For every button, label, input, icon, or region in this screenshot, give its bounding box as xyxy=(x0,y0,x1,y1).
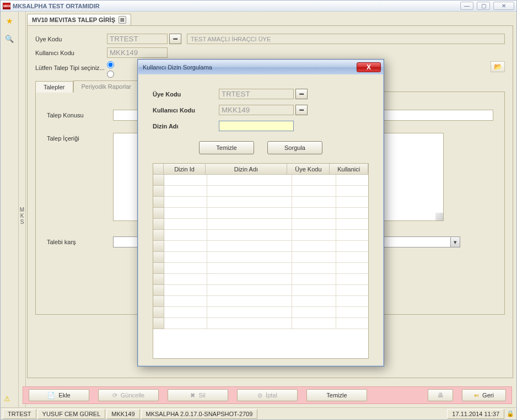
grid-cell[interactable] xyxy=(207,197,292,208)
tab-periyodik-raporlar[interactable]: Periyodik Raporlar xyxy=(73,80,139,92)
grid-cell[interactable] xyxy=(336,197,368,208)
grid-cell[interactable] xyxy=(292,241,336,252)
search-button[interactable]: 🔍 xyxy=(3,33,15,45)
grid-cell[interactable] xyxy=(164,285,207,296)
minimize-button[interactable]: — xyxy=(460,2,473,10)
dlg-kullanici-kodu-field[interactable] xyxy=(219,105,294,115)
temizle-button[interactable]: Temizle xyxy=(306,389,367,401)
grid-cell[interactable] xyxy=(164,197,207,208)
print-button[interactable]: 🖶 xyxy=(428,389,453,401)
row-header[interactable] xyxy=(153,263,164,274)
grid-cell[interactable] xyxy=(164,263,207,274)
grid-cell[interactable] xyxy=(164,175,207,186)
grid-cell[interactable] xyxy=(292,263,336,274)
chevron-down-icon[interactable]: ▾ xyxy=(450,237,460,247)
grid-cell[interactable] xyxy=(164,274,207,285)
grid-cell[interactable] xyxy=(336,186,368,197)
grid-cell[interactable] xyxy=(292,208,336,219)
table-row[interactable] xyxy=(153,175,368,186)
row-header[interactable] xyxy=(153,241,164,252)
row-header[interactable] xyxy=(153,318,164,329)
row-header[interactable] xyxy=(153,252,164,263)
grid-cell[interactable] xyxy=(336,296,368,307)
grid-cell[interactable] xyxy=(292,296,336,307)
grid-cell[interactable] xyxy=(207,219,292,230)
grid-cell[interactable] xyxy=(164,318,207,329)
row-header[interactable] xyxy=(153,274,164,285)
row-header[interactable] xyxy=(153,219,164,230)
table-row[interactable] xyxy=(153,252,368,263)
talep-tipi-radio-2[interactable] xyxy=(107,71,114,78)
grid-cell[interactable] xyxy=(292,197,336,208)
grid-cell[interactable] xyxy=(207,285,292,296)
row-header[interactable] xyxy=(153,186,164,197)
row-header[interactable] xyxy=(153,296,164,307)
dlg-dizin-adi-field[interactable] xyxy=(219,121,294,131)
grid-cell[interactable] xyxy=(292,230,336,241)
grid-cell[interactable] xyxy=(207,208,292,219)
grid-cell[interactable] xyxy=(207,186,292,197)
col-dizin-id[interactable]: Dizin Id xyxy=(164,164,205,175)
table-row[interactable] xyxy=(153,241,368,252)
row-header[interactable] xyxy=(153,175,164,186)
grid-cell[interactable] xyxy=(164,296,207,307)
grid-cell[interactable] xyxy=(292,307,336,318)
table-row[interactable] xyxy=(153,274,368,285)
grid-cell[interactable] xyxy=(336,230,368,241)
geri-button[interactable]: ⇐Geri xyxy=(462,389,506,401)
grid-cell[interactable] xyxy=(207,230,292,241)
grid-cell[interactable] xyxy=(207,241,292,252)
mid-rail[interactable]: MKS xyxy=(18,12,26,419)
row-header[interactable] xyxy=(153,230,164,241)
grid-cell[interactable] xyxy=(336,241,368,252)
grid-cell[interactable] xyxy=(292,318,336,329)
table-row[interactable] xyxy=(153,296,368,307)
table-row[interactable] xyxy=(153,307,368,318)
dlg-kullanici-kodu-lookup[interactable] xyxy=(295,105,308,115)
grid-cell[interactable] xyxy=(292,186,336,197)
grid-cell[interactable] xyxy=(336,263,368,274)
table-row[interactable] xyxy=(153,285,368,296)
grid-cell[interactable] xyxy=(336,219,368,230)
talep-tipi-radio-1[interactable] xyxy=(107,61,114,68)
grid-cell[interactable] xyxy=(292,274,336,285)
maximize-button[interactable]: ▢ xyxy=(477,2,490,10)
grid-cell[interactable] xyxy=(207,296,292,307)
row-header[interactable] xyxy=(153,307,164,318)
favorites-button[interactable]: ★ xyxy=(3,15,15,27)
sil-button[interactable]: ✖Sil xyxy=(168,389,228,401)
document-tab[interactable]: MV10 MEVITAS TALEP GİRİŞ ⊠ xyxy=(27,14,131,25)
col-kullanici[interactable]: Kullanici xyxy=(330,164,368,175)
col-uye-kodu[interactable]: Üye Kodu xyxy=(287,164,330,175)
grid-cell[interactable] xyxy=(164,307,207,318)
uye-kodu-field[interactable] xyxy=(107,34,168,44)
table-row[interactable] xyxy=(153,230,368,241)
table-row[interactable] xyxy=(153,318,368,329)
grid-cell[interactable] xyxy=(292,285,336,296)
grid-cell[interactable] xyxy=(336,307,368,318)
grid-cell[interactable] xyxy=(164,241,207,252)
grid-cell[interactable] xyxy=(336,175,368,186)
row-header[interactable] xyxy=(153,208,164,219)
browse-folder-button[interactable]: 📂 xyxy=(491,61,505,72)
uye-kodu-lookup-button[interactable] xyxy=(169,34,181,44)
table-row[interactable] xyxy=(153,186,368,197)
grid-cell[interactable] xyxy=(164,252,207,263)
grid-cell[interactable] xyxy=(207,263,292,274)
col-dizin-adi[interactable]: Dizin Adı xyxy=(206,164,288,175)
dialog-titlebar[interactable]: Kullanıcı Dizin Sorgulama X xyxy=(138,60,383,74)
grid-cell[interactable] xyxy=(336,318,368,329)
grid-cell[interactable] xyxy=(164,219,207,230)
grid-cell[interactable] xyxy=(336,285,368,296)
row-header[interactable] xyxy=(153,285,164,296)
dlg-sorgula-button[interactable]: Sorgula xyxy=(267,141,322,154)
table-row[interactable] xyxy=(153,197,368,208)
dialog-close-button[interactable]: X xyxy=(357,62,381,72)
window-close-button[interactable]: ✕ xyxy=(493,2,514,10)
grid-cell[interactable] xyxy=(164,230,207,241)
grid-cell[interactable] xyxy=(207,318,292,329)
ekle-button[interactable]: 📄Ekle xyxy=(29,389,89,401)
grid-cell[interactable] xyxy=(207,274,292,285)
grid-cell[interactable] xyxy=(336,274,368,285)
grid-cell[interactable] xyxy=(207,175,292,186)
